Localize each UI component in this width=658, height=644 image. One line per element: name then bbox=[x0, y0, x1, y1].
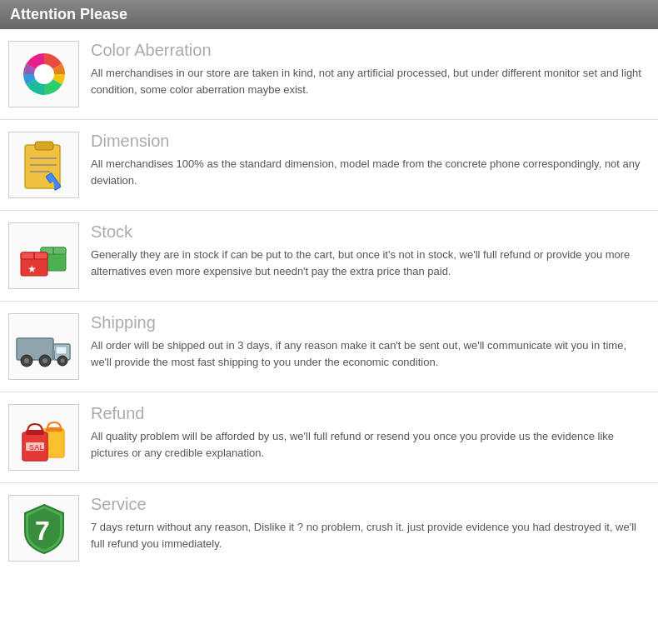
svg-rect-3 bbox=[35, 142, 53, 150]
list-item-stock: ★ StockGenerally they are in stock if ca… bbox=[0, 211, 658, 302]
svg-rect-29 bbox=[26, 430, 44, 435]
list-item-dimension: DimensionAll merchandises 100% as the st… bbox=[0, 120, 658, 211]
list-item-color-aberration: Color AberrationAll merchandises in our … bbox=[0, 29, 658, 120]
shipping-content: ShippingAll order will be shipped out in… bbox=[91, 313, 650, 370]
refund-title: Refund bbox=[91, 404, 650, 423]
header-title: Attention Please bbox=[10, 6, 127, 22]
refund-icon: SALE bbox=[8, 404, 79, 471]
items-container: Color AberrationAll merchandises in our … bbox=[0, 29, 658, 573]
service-title: Service bbox=[91, 495, 650, 514]
svg-rect-18 bbox=[56, 347, 67, 354]
refund-description: All quality problem will be afforded by … bbox=[91, 428, 650, 461]
stock-icon: ★ bbox=[8, 222, 79, 289]
dimension-content: DimensionAll merchandises 100% as the st… bbox=[91, 132, 650, 188]
svg-rect-27 bbox=[46, 427, 62, 432]
shipping-icon bbox=[8, 313, 79, 380]
color-aberration-description: All merchandises in our store are taken … bbox=[91, 65, 650, 97]
stock-description: Generally they are in stock if can be pu… bbox=[91, 247, 650, 279]
list-item-service: 7 Service7 days return without any reaso… bbox=[0, 483, 658, 573]
dimension-description: All merchandises 100% as the standard di… bbox=[91, 156, 650, 188]
service-content: Service7 days return without any reason,… bbox=[91, 495, 650, 552]
svg-point-21 bbox=[24, 358, 29, 363]
svg-point-1 bbox=[34, 64, 54, 84]
service-description: 7 days return without any reason, Dislik… bbox=[91, 519, 650, 552]
dimension-title: Dimension bbox=[91, 132, 650, 151]
color-aberration-title: Color Aberration bbox=[91, 41, 650, 60]
list-item-refund: SALE RefundAll quality problem will be a… bbox=[0, 392, 658, 483]
shipping-title: Shipping bbox=[91, 313, 650, 332]
svg-point-23 bbox=[42, 358, 47, 363]
color-aberration-content: Color AberrationAll merchandises in our … bbox=[91, 41, 650, 97]
stock-title: Stock bbox=[91, 222, 650, 242]
refund-content: RefundAll quality problem will be afford… bbox=[91, 404, 650, 461]
svg-text:★: ★ bbox=[27, 263, 37, 275]
svg-text:SALE: SALE bbox=[29, 443, 49, 452]
svg-rect-19 bbox=[52, 351, 55, 360]
header: Attention Please bbox=[0, 0, 658, 29]
list-item-shipping: ShippingAll order will be shipped out in… bbox=[0, 302, 658, 392]
color-aberration-icon bbox=[8, 41, 79, 107]
svg-point-25 bbox=[60, 359, 64, 363]
service-icon: 7 bbox=[8, 495, 79, 562]
stock-content: StockGenerally they are in stock if can … bbox=[91, 222, 650, 279]
dimension-icon bbox=[8, 132, 79, 198]
svg-text:7: 7 bbox=[35, 516, 50, 546]
shipping-description: All order will be shipped out in 3 days,… bbox=[91, 337, 650, 370]
